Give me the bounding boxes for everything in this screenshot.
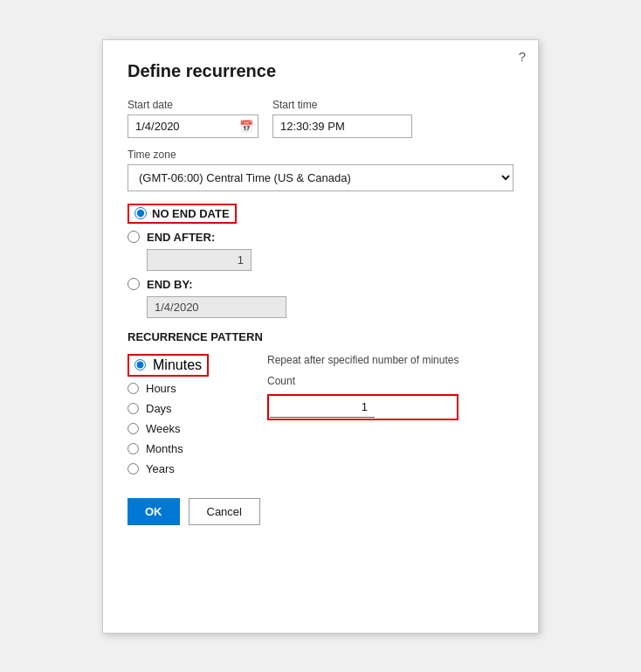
cancel-button[interactable]: Cancel xyxy=(189,498,260,525)
button-row: OK Cancel xyxy=(128,498,513,525)
start-date-label: Start date xyxy=(128,99,258,111)
days-option[interactable]: Days xyxy=(128,402,232,415)
no-end-date-radio[interactable] xyxy=(134,207,147,219)
define-recurrence-dialog: ? Define recurrence Start date 📅 Start t… xyxy=(102,39,539,634)
days-radio[interactable] xyxy=(128,403,139,414)
recurrence-count-section: Repeat after specified number of minutes… xyxy=(267,354,458,477)
timezone-select[interactable]: (GMT-06:00) Central Time (US & Canada) xyxy=(128,164,513,191)
years-option[interactable]: Years xyxy=(128,462,232,475)
days-label: Days xyxy=(146,402,172,415)
recurrence-pattern-header: RECURRENCE PATTERN xyxy=(128,330,513,343)
count-input[interactable] xyxy=(270,397,375,418)
no-end-date-label: NO END DATE xyxy=(152,207,230,220)
end-by-input[interactable] xyxy=(147,296,286,318)
minutes-label: Minutes xyxy=(153,357,202,373)
help-icon[interactable]: ? xyxy=(519,49,526,64)
end-after-option[interactable]: END AFTER: xyxy=(128,231,513,244)
end-by-radio[interactable] xyxy=(128,278,140,290)
no-end-date-option[interactable]: NO END DATE xyxy=(128,204,513,224)
months-label: Months xyxy=(146,442,183,455)
no-end-date-section: NO END DATE END AFTER: END BY: xyxy=(128,204,513,318)
weeks-option[interactable]: Weeks xyxy=(128,422,232,435)
date-time-row: Start date 📅 Start time xyxy=(128,99,513,138)
end-by-label: END BY: xyxy=(147,278,192,291)
months-option[interactable]: Months xyxy=(128,442,232,455)
weeks-radio[interactable] xyxy=(128,423,139,434)
recurrence-options: Minutes Hours Days Weeks Months Year xyxy=(128,354,232,477)
start-date-input[interactable] xyxy=(128,114,258,138)
count-input-wrap xyxy=(267,394,458,420)
timezone-row: Time zone (GMT-06:00) Central Time (US &… xyxy=(128,149,513,191)
start-time-label: Start time xyxy=(272,99,412,111)
hours-label: Hours xyxy=(146,382,176,395)
ok-button[interactable]: OK xyxy=(128,498,180,525)
end-after-section: END AFTER: xyxy=(128,231,513,271)
count-label: Count xyxy=(267,375,458,387)
end-after-input[interactable] xyxy=(147,249,252,271)
repeat-description: Repeat after specified number of minutes xyxy=(267,354,458,366)
end-after-label: END AFTER: xyxy=(147,231,215,244)
start-time-input[interactable] xyxy=(272,114,412,138)
minutes-option[interactable]: Minutes xyxy=(128,354,232,377)
recurrence-layout: Minutes Hours Days Weeks Months Year xyxy=(128,354,513,477)
minutes-radio[interactable] xyxy=(134,359,146,371)
hours-radio[interactable] xyxy=(128,383,139,394)
months-radio[interactable] xyxy=(128,443,139,454)
timezone-label: Time zone xyxy=(128,149,513,161)
years-radio[interactable] xyxy=(128,463,139,475)
start-date-input-wrap: 📅 xyxy=(128,114,258,138)
end-by-section: END BY: xyxy=(128,278,513,318)
start-time-field: Start time xyxy=(272,99,412,138)
end-by-option[interactable]: END BY: xyxy=(128,278,513,291)
start-date-field: Start date 📅 xyxy=(128,99,258,138)
dialog-title: Define recurrence xyxy=(128,61,513,81)
end-after-radio[interactable] xyxy=(128,231,140,243)
hours-option[interactable]: Hours xyxy=(128,382,232,395)
years-label: Years xyxy=(146,462,175,475)
weeks-label: Weeks xyxy=(146,422,181,435)
